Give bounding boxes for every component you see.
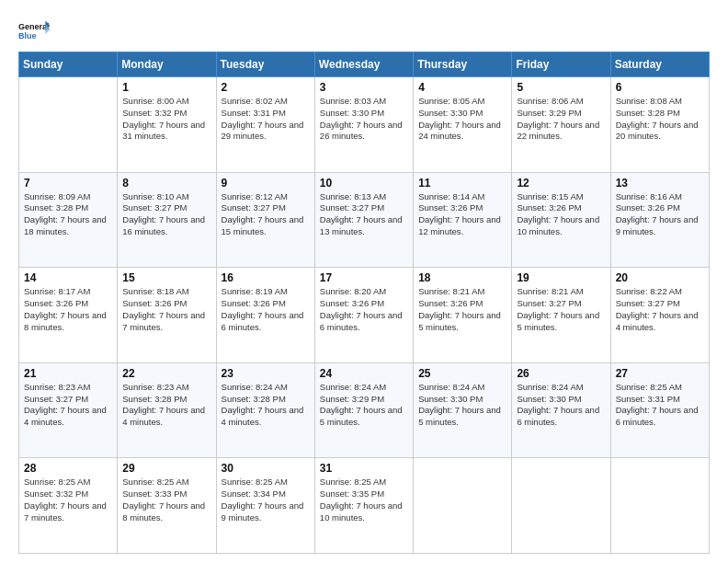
day-number: 31 — [320, 462, 408, 475]
cell-info: Sunrise: 8:03 AMSunset: 3:30 PMDaylight:… — [320, 96, 403, 141]
cell-info: Sunrise: 8:25 AMSunset: 3:34 PMDaylight:… — [222, 477, 304, 522]
day-of-week-header: Saturday — [610, 52, 709, 77]
day-of-week-header: Tuesday — [216, 52, 314, 77]
calendar-cell: 29Sunrise: 8:25 AMSunset: 3:33 PMDayligh… — [118, 458, 216, 554]
calendar-week-row: 7Sunrise: 8:09 AMSunset: 3:28 PMDaylight… — [19, 172, 710, 268]
day-number: 13 — [616, 177, 704, 190]
calendar-cell: 8Sunrise: 8:10 AMSunset: 3:27 PMDaylight… — [118, 172, 216, 268]
day-number: 8 — [122, 177, 210, 190]
day-number: 18 — [418, 271, 506, 284]
calendar-cell — [512, 458, 610, 554]
cell-info: Sunrise: 8:13 AMSunset: 3:27 PMDaylight:… — [320, 191, 403, 236]
day-number: 20 — [616, 271, 704, 284]
cell-info: Sunrise: 8:12 AMSunset: 3:27 PMDaylight:… — [222, 191, 304, 236]
day-number: 26 — [517, 367, 605, 380]
day-number: 9 — [222, 177, 310, 190]
cell-info: Sunrise: 8:16 AMSunset: 3:26 PMDaylight:… — [616, 191, 699, 236]
calendar-week-row: 14Sunrise: 8:17 AMSunset: 3:26 PMDayligh… — [19, 268, 710, 363]
calendar-cell — [19, 77, 118, 173]
day-number: 21 — [24, 367, 112, 380]
calendar-cell: 2Sunrise: 8:02 AMSunset: 3:31 PMDaylight… — [216, 77, 314, 173]
calendar-cell: 20Sunrise: 8:22 AMSunset: 3:27 PMDayligh… — [610, 268, 709, 363]
calendar-cell: 9Sunrise: 8:12 AMSunset: 3:27 PMDaylight… — [216, 172, 314, 268]
day-number: 30 — [222, 462, 310, 475]
day-number: 24 — [320, 367, 408, 380]
calendar-cell: 17Sunrise: 8:20 AMSunset: 3:26 PMDayligh… — [314, 268, 413, 363]
day-of-week-header: Sunday — [19, 52, 118, 77]
calendar-cell: 26Sunrise: 8:24 AMSunset: 3:30 PMDayligh… — [512, 362, 610, 458]
cell-info: Sunrise: 8:24 AMSunset: 3:30 PMDaylight:… — [517, 382, 599, 427]
calendar-cell: 15Sunrise: 8:18 AMSunset: 3:26 PMDayligh… — [118, 268, 216, 363]
cell-info: Sunrise: 8:23 AMSunset: 3:27 PMDaylight:… — [24, 382, 107, 427]
day-number: 14 — [24, 271, 112, 284]
cell-info: Sunrise: 8:14 AMSunset: 3:26 PMDaylight:… — [418, 191, 501, 236]
calendar-week-row: 28Sunrise: 8:25 AMSunset: 3:32 PMDayligh… — [19, 458, 710, 554]
cell-info: Sunrise: 8:17 AMSunset: 3:26 PMDaylight:… — [24, 286, 107, 331]
calendar-cell: 22Sunrise: 8:23 AMSunset: 3:28 PMDayligh… — [118, 362, 216, 458]
day-number: 4 — [418, 81, 506, 94]
day-number: 5 — [517, 81, 605, 94]
day-number: 29 — [122, 462, 210, 475]
calendar-cell — [414, 458, 512, 554]
cell-info: Sunrise: 8:25 AMSunset: 3:33 PMDaylight:… — [122, 477, 205, 522]
calendar-cell: 16Sunrise: 8:19 AMSunset: 3:26 PMDayligh… — [216, 268, 314, 363]
cell-info: Sunrise: 8:25 AMSunset: 3:35 PMDaylight:… — [320, 477, 403, 522]
cell-info: Sunrise: 8:23 AMSunset: 3:28 PMDaylight:… — [122, 382, 205, 427]
day-number: 1 — [122, 81, 210, 94]
cell-info: Sunrise: 8:02 AMSunset: 3:31 PMDaylight:… — [222, 96, 304, 141]
day-number: 22 — [122, 367, 210, 380]
calendar-cell: 31Sunrise: 8:25 AMSunset: 3:35 PMDayligh… — [314, 458, 413, 554]
cell-info: Sunrise: 8:24 AMSunset: 3:30 PMDaylight:… — [418, 382, 501, 427]
logo: General Blue — [18, 17, 51, 42]
day-number: 11 — [418, 177, 506, 190]
cell-info: Sunrise: 8:24 AMSunset: 3:28 PMDaylight:… — [222, 382, 304, 427]
svg-text:General: General — [18, 22, 50, 31]
calendar-cell: 3Sunrise: 8:03 AMSunset: 3:30 PMDaylight… — [314, 77, 413, 173]
calendar-table: SundayMondayTuesdayWednesdayThursdayFrid… — [18, 52, 710, 554]
calendar-cell: 25Sunrise: 8:24 AMSunset: 3:30 PMDayligh… — [414, 362, 512, 458]
day-of-week-header: Thursday — [414, 52, 512, 77]
day-number: 28 — [24, 462, 112, 475]
calendar-cell: 24Sunrise: 8:24 AMSunset: 3:29 PMDayligh… — [314, 362, 413, 458]
calendar-cell: 28Sunrise: 8:25 AMSunset: 3:32 PMDayligh… — [19, 458, 118, 554]
logo-icon: General Blue — [18, 17, 51, 42]
cell-info: Sunrise: 8:09 AMSunset: 3:28 PMDaylight:… — [24, 191, 107, 236]
calendar-cell: 6Sunrise: 8:08 AMSunset: 3:28 PMDaylight… — [610, 77, 709, 173]
cell-info: Sunrise: 8:10 AMSunset: 3:27 PMDaylight:… — [122, 191, 205, 236]
day-number: 15 — [122, 271, 210, 284]
cell-info: Sunrise: 8:06 AMSunset: 3:29 PMDaylight:… — [517, 96, 599, 141]
day-number: 23 — [222, 367, 310, 380]
calendar-cell: 11Sunrise: 8:14 AMSunset: 3:26 PMDayligh… — [414, 172, 512, 268]
calendar-cell: 19Sunrise: 8:21 AMSunset: 3:27 PMDayligh… — [512, 268, 610, 363]
day-of-week-header: Monday — [118, 52, 216, 77]
day-number: 25 — [418, 367, 506, 380]
cell-info: Sunrise: 8:08 AMSunset: 3:28 PMDaylight:… — [616, 96, 699, 141]
calendar-cell: 14Sunrise: 8:17 AMSunset: 3:26 PMDayligh… — [19, 268, 118, 363]
day-number: 7 — [24, 177, 112, 190]
cell-info: Sunrise: 8:05 AMSunset: 3:30 PMDaylight:… — [418, 96, 501, 141]
calendar-cell: 27Sunrise: 8:25 AMSunset: 3:31 PMDayligh… — [610, 362, 709, 458]
day-number: 27 — [616, 367, 704, 380]
cell-info: Sunrise: 8:20 AMSunset: 3:26 PMDaylight:… — [320, 286, 403, 331]
day-number: 19 — [517, 271, 605, 284]
day-of-week-header: Friday — [512, 52, 610, 77]
calendar-week-row: 1Sunrise: 8:00 AMSunset: 3:32 PMDaylight… — [19, 77, 710, 173]
cell-info: Sunrise: 8:19 AMSunset: 3:26 PMDaylight:… — [222, 286, 304, 331]
day-number: 2 — [222, 81, 310, 94]
calendar-cell: 13Sunrise: 8:16 AMSunset: 3:26 PMDayligh… — [610, 172, 709, 268]
day-number: 6 — [616, 81, 704, 94]
page: General Blue SundayMondayTuesdayWednesda… — [0, 0, 728, 563]
cell-info: Sunrise: 8:22 AMSunset: 3:27 PMDaylight:… — [616, 286, 699, 331]
calendar-cell: 21Sunrise: 8:23 AMSunset: 3:27 PMDayligh… — [19, 362, 118, 458]
calendar-cell: 5Sunrise: 8:06 AMSunset: 3:29 PMDaylight… — [512, 77, 610, 173]
calendar-cell: 1Sunrise: 8:00 AMSunset: 3:32 PMDaylight… — [118, 77, 216, 173]
calendar-cell: 10Sunrise: 8:13 AMSunset: 3:27 PMDayligh… — [314, 172, 413, 268]
svg-text:Blue: Blue — [18, 31, 37, 40]
day-number: 3 — [320, 81, 408, 94]
day-of-week-header: Wednesday — [314, 52, 413, 77]
day-number: 12 — [517, 177, 605, 190]
cell-info: Sunrise: 8:18 AMSunset: 3:26 PMDaylight:… — [122, 286, 205, 331]
cell-info: Sunrise: 8:21 AMSunset: 3:26 PMDaylight:… — [418, 286, 501, 331]
calendar-cell — [610, 458, 709, 554]
cell-info: Sunrise: 8:00 AMSunset: 3:32 PMDaylight:… — [122, 96, 205, 141]
